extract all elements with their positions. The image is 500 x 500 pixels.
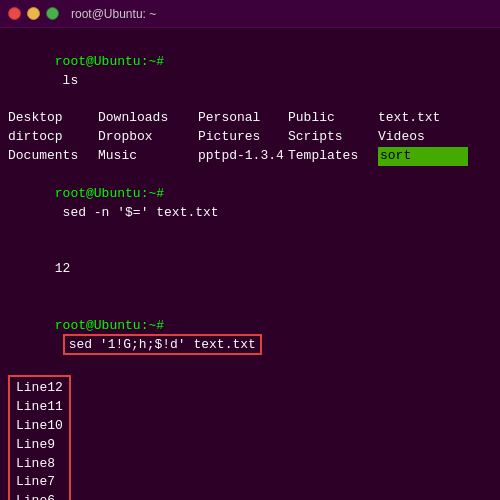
output-line: Line7 [16,473,63,492]
ls-item: Documents [8,147,98,166]
ls-item: Desktop [8,109,98,128]
command-line-ls: root@Ubuntu:~# ls [8,34,492,109]
terminal-body[interactable]: root@Ubuntu:~# ls Desktop Downloads Pers… [0,28,500,500]
prompt-ls: root@Ubuntu:~# [55,54,164,69]
ls-item: Music [98,147,198,166]
command-line-sed-highlighted: root@Ubuntu:~# sed '1!G;h;$!d' text.txt [8,298,492,373]
highlighted-command: sed '1!G;h;$!d' text.txt [63,334,262,355]
ls-item: pptpd-1.3.4 [198,147,288,166]
output-line: Line6 [16,492,63,500]
output-line: Line11 [16,398,63,417]
output-line: Line8 [16,455,63,474]
ls-item: Downloads [98,109,198,128]
window-title: root@Ubuntu: ~ [71,7,156,21]
terminal-window: root@Ubuntu: ~ root@Ubuntu:~# ls Desktop… [0,0,500,500]
ls-item: Personal [198,109,288,128]
title-bar: root@Ubuntu: ~ [0,0,500,28]
output-line: Line10 [16,417,63,436]
output-line: Line12 [16,379,63,398]
ls-output: Desktop Downloads Personal Public text.t… [8,109,492,166]
minimize-button[interactable] [27,7,40,20]
command-line-sed-n: root@Ubuntu:~# sed -n '$=' text.txt [8,166,492,241]
output-count: 12 [8,241,492,298]
ls-item-highlighted: sort [378,147,468,166]
ls-item: Dropbox [98,128,198,147]
ls-item: Pictures [198,128,288,147]
prompt-sed-n: root@Ubuntu:~# [55,186,164,201]
ls-item: dirtocp [8,128,98,147]
close-button[interactable] [8,7,21,20]
prompt-sed: root@Ubuntu:~# [55,318,164,333]
ls-item: text.txt [378,109,468,128]
ls-item: Scripts [288,128,378,147]
ls-item: Public [288,109,378,128]
maximize-button[interactable] [46,7,59,20]
ls-item: Templates [288,147,378,166]
output-block: Line12 Line11 Line10 Line9 Line8 Line7 L… [8,375,71,500]
ls-item: Videos [378,128,468,147]
output-line: Line9 [16,436,63,455]
